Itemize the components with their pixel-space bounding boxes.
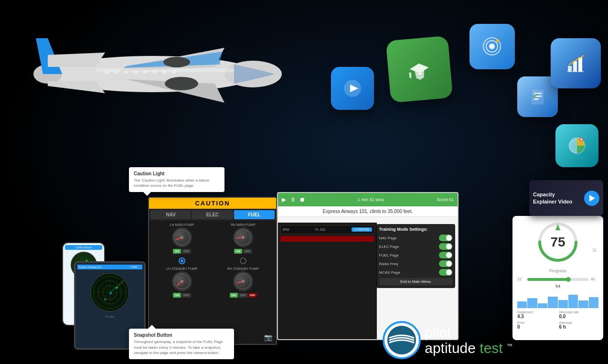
bar-6 — [568, 295, 578, 308]
capacity-video-card[interactable]: CapacityExplainer Video — [529, 180, 603, 216]
game-panel: ▶ ⏸ ⏹ 1 min 32 secs Score 61 Express Air… — [277, 192, 459, 340]
training-item-fuel: FUEL Page — [379, 252, 452, 258]
training-elec-toggle[interactable] — [439, 243, 452, 250]
lh-standby-on-button[interactable]: ON — [173, 293, 181, 298]
svg-rect-18 — [162, 71, 166, 74]
lh-standby-label: LH STANDBY PUMP — [153, 267, 212, 270]
status-bar — [280, 236, 374, 242]
game-score: Score 61 — [437, 197, 454, 202]
radio-row — [151, 257, 274, 264]
fuel-tabs: NAV ELEC FUEL — [149, 209, 276, 221]
bar-5 — [558, 300, 568, 309]
lh-main-label: LH MAIN PUMP — [153, 223, 212, 226]
pumps-section: LH MAIN PUMP ON OFF RH MAIN PUMP — [149, 221, 276, 304]
pie-icon-bubble[interactable] — [555, 124, 598, 167]
target-icon-bubble[interactable] — [469, 24, 515, 69]
airplane-image — [0, 0, 287, 153]
intercept-stat: Intercept rate 0.0 — [559, 310, 599, 319]
rh-standby-on-button[interactable]: ON — [230, 293, 238, 298]
svg-rect-35 — [573, 61, 577, 72]
training-fuel-toggle[interactable] — [439, 252, 452, 258]
game-panel-header: ▶ ⏸ ⏹ 1 min 32 secs Score 61 — [278, 193, 458, 206]
tablet-confirm-button[interactable]: CONF... — [128, 265, 141, 269]
logo-pilot: pilot — [425, 324, 451, 340]
altitude-label: 850 — [283, 227, 289, 232]
rh-main-on-button[interactable]: ON — [234, 249, 242, 254]
training-item-nav: NAV Page — [379, 235, 452, 241]
tab-nav[interactable]: NAV — [150, 210, 191, 219]
lh-standby-controls: ON OFF — [153, 293, 212, 298]
camera-icon[interactable]: 📷 — [264, 333, 272, 341]
training-fuel-label: FUEL Page — [379, 253, 399, 257]
rh-standby-controls: ON OFF OFF — [214, 293, 273, 298]
intercept-b-value: 6 h — [559, 324, 599, 330]
implement-value: 4.3 — [517, 314, 557, 319]
bar-4 — [548, 297, 557, 309]
exit-to-main-button[interactable]: Exit to Main Menu — [379, 278, 452, 285]
svg-rect-36 — [578, 57, 582, 72]
training-item-radio: Radio Freq — [379, 260, 452, 267]
radio-right[interactable] — [240, 257, 246, 264]
slider-thumb[interactable] — [566, 277, 571, 282]
lh-standby-pump: LH STANDBY PUMP ON OFF — [153, 267, 212, 298]
training-radio-toggle[interactable] — [439, 260, 452, 267]
progress-value: 75 — [550, 235, 565, 250]
training-nav-toggle[interactable] — [439, 235, 452, 241]
game-play-icon[interactable]: ▶ — [282, 196, 286, 203]
tab-elec[interactable]: ELEC — [192, 210, 233, 219]
confirm-button[interactable]: CONFIRM — [352, 227, 372, 232]
learn-icon-bubble[interactable] — [386, 36, 453, 103]
game-pause-icon[interactable]: ⏸ — [290, 196, 296, 203]
radio-left[interactable] — [179, 257, 185, 264]
rh-standby-off-button[interactable]: OFF — [238, 293, 248, 298]
tablet-altitude: FL 310 — [77, 315, 142, 318]
slider-fill — [527, 278, 567, 281]
fl-label: FL 310 — [315, 228, 326, 231]
svg-point-48 — [104, 299, 106, 300]
training-mcas-toggle[interactable] — [439, 269, 452, 276]
stats-row: Implement 4.3 Intercept rate 0.0 — [517, 310, 598, 319]
stats-row-2: Errer 0 Intercept 6 h — [517, 321, 598, 330]
chart-icon-bubble[interactable] — [551, 38, 601, 88]
rh-standby-offalt-button[interactable]: OFF — [248, 293, 257, 298]
lh-main-pump: LH MAIN PUMP ON OFF — [153, 223, 212, 254]
rh-standby-label: RH STANDBY PUMP — [214, 267, 273, 270]
fuel-panel: CAUTION NAV ELEC FUEL LH MAIN PUMP ON OF… — [148, 197, 277, 345]
rh-main-knob[interactable] — [233, 227, 253, 247]
video-play-button[interactable] — [584, 191, 599, 206]
logo: pilot aptitude test ™ — [383, 321, 512, 359]
errer-label: Errer — [517, 321, 557, 324]
lh-main-off-button[interactable]: OFF — [181, 249, 191, 254]
lh-main-knob[interactable] — [172, 227, 192, 247]
svg-rect-13 — [115, 71, 118, 74]
lh-main-controls: ON OFF — [153, 249, 212, 254]
video-icon-bubble[interactable] — [331, 67, 374, 110]
play-triangle-icon — [589, 195, 595, 202]
bar-1 — [517, 301, 527, 308]
svg-point-40 — [580, 139, 582, 140]
svg-marker-5 — [48, 81, 105, 93]
lh-standby-knob[interactable] — [172, 271, 192, 291]
svg-rect-12 — [105, 71, 109, 74]
slider-track[interactable] — [527, 278, 588, 281]
rh-standby-pump: RH STANDBY PUMP ON OFF OFF — [214, 267, 273, 298]
tab-fuel[interactable]: FUEL — [234, 210, 275, 219]
svg-rect-16 — [143, 71, 147, 74]
logo-tm: ™ — [507, 343, 512, 349]
game-fuel-mini: 850 FL 310 CONFIRM — [280, 225, 374, 234]
rh-standby-knob[interactable] — [233, 271, 253, 291]
tablet-title: Express Airways 101... — [79, 266, 103, 268]
lh-standby-off-button[interactable]: OFF — [181, 293, 191, 298]
caution-tooltip-text: The 'Caution Light' illuminates when a f… — [134, 178, 220, 188]
training-title: Training Mode Settings: — [379, 227, 452, 232]
phone-header: CoPilot Wizard — [65, 245, 102, 250]
game-stop-icon[interactable]: ⏹ — [299, 196, 305, 203]
bar-3 — [538, 303, 547, 309]
bar-2 — [527, 298, 537, 308]
caution-tooltip-title: Caution Light — [134, 171, 220, 176]
rh-main-off-button[interactable]: OFF — [243, 249, 252, 254]
lh-main-on-button[interactable]: ON — [173, 249, 181, 254]
game-controls: ▶ ⏸ ⏹ — [282, 196, 305, 203]
svg-rect-15 — [134, 71, 138, 74]
game-instruction: Express Airways 101, climb to 35,000 fee… — [278, 206, 458, 217]
